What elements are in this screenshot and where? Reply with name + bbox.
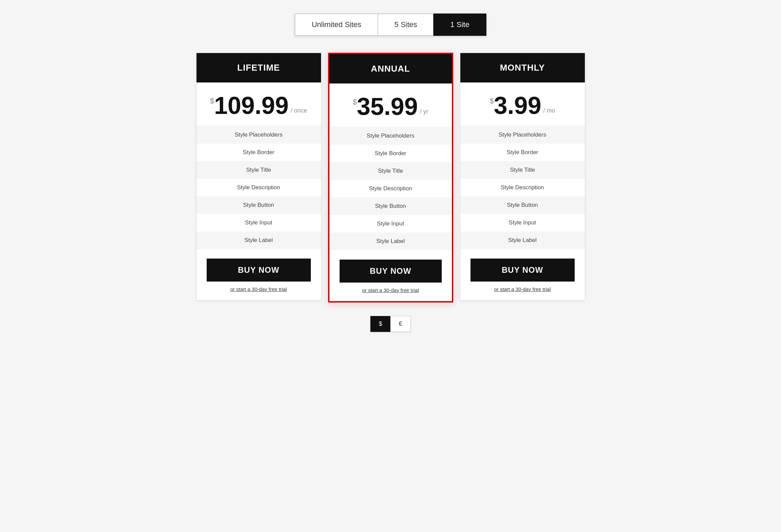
list-item: Style Border <box>460 144 585 161</box>
tab-unlimited-sites[interactable]: Unlimited Sites <box>295 14 377 36</box>
list-item: Style Border <box>197 144 321 161</box>
plan-monthly-price: $ 3.99 / mo <box>467 93 578 118</box>
list-item: Style Button <box>329 197 452 215</box>
lifetime-trial-link[interactable]: or start a 30-day free trial <box>230 286 287 292</box>
lifetime-buy-now-button[interactable]: BUY NOW <box>207 259 311 282</box>
plan-lifetime-header: LIFETIME <box>197 53 321 82</box>
plan-annual-price: $ 35.99 / yr <box>336 94 445 119</box>
list-item: Style Label <box>460 232 585 249</box>
monthly-trial-link[interactable]: or start a 30-day free trial <box>494 286 551 292</box>
monthly-cta: BUY NOW or start a 30-day free trial <box>460 249 585 300</box>
currency-usd-button[interactable]: $ <box>370 316 390 332</box>
list-item: Style Placeholders <box>197 126 321 144</box>
plan-monthly: MONTHLY $ 3.99 / mo Style Placeholders S… <box>460 53 585 300</box>
list-item: Style Label <box>329 233 452 250</box>
list-item: Style Placeholders <box>460 126 585 144</box>
list-item: Style Title <box>329 162 452 180</box>
monthly-buy-now-button[interactable]: BUY NOW <box>470 259 575 282</box>
annual-buy-now-button[interactable]: BUY NOW <box>340 260 442 283</box>
list-item: Style Input <box>460 214 585 232</box>
list-item: Style Button <box>197 196 321 214</box>
plan-annual-header: ANNUAL <box>329 54 452 83</box>
annual-features-list: Style Placeholders Style Border Style Ti… <box>329 127 452 250</box>
lifetime-currency-symbol: $ <box>210 97 214 105</box>
monthly-currency-symbol: $ <box>490 97 494 105</box>
currency-eur-button[interactable]: € <box>390 316 411 332</box>
lifetime-cta: BUY NOW or start a 30-day free trial <box>197 249 321 300</box>
list-item: Style Title <box>460 161 585 179</box>
list-item: Style Input <box>329 215 452 233</box>
list-item: Style Description <box>329 180 452 197</box>
currency-switcher: $ € <box>370 316 411 332</box>
monthly-price-amount: 3.99 <box>494 93 541 118</box>
plan-monthly-header: MONTHLY <box>460 53 585 82</box>
annual-price-amount: 35.99 <box>357 94 418 119</box>
list-item: Style Input <box>197 214 321 232</box>
plan-lifetime-price: $ 109.99 / once <box>203 93 314 118</box>
tab-switcher: Unlimited Sites 5 Sites 1 Site <box>295 14 486 36</box>
tab-5-sites[interactable]: 5 Sites <box>377 14 433 36</box>
list-item: Style Button <box>460 196 585 214</box>
list-item: Style Label <box>197 232 321 249</box>
annual-cta: BUY NOW or start a 30-day free trial <box>329 250 452 301</box>
lifetime-price-amount: 109.99 <box>214 93 289 118</box>
lifetime-features-list: Style Placeholders Style Border Style Ti… <box>197 126 321 249</box>
annual-currency-symbol: $ <box>353 98 357 106</box>
list-item: Style Border <box>329 145 452 162</box>
plans-grid: LIFETIME $ 109.99 / once Style Placehold… <box>188 53 594 303</box>
tab-1-site[interactable]: 1 Site <box>433 14 486 36</box>
plan-monthly-price-section: $ 3.99 / mo <box>460 82 585 126</box>
monthly-features-list: Style Placeholders Style Border Style Ti… <box>460 126 585 249</box>
list-item: Style Placeholders <box>329 127 452 145</box>
annual-price-period: / yr <box>420 108 428 115</box>
plan-lifetime: LIFETIME $ 109.99 / once Style Placehold… <box>196 53 321 300</box>
plan-annual: ANNUAL $ 35.99 / yr Style Placeholders S… <box>328 53 453 303</box>
list-item: Style Description <box>197 179 321 196</box>
list-item: Style Title <box>197 161 321 179</box>
annual-trial-link[interactable]: or start a 30-day free trial <box>362 287 419 293</box>
plan-lifetime-price-section: $ 109.99 / once <box>197 82 321 126</box>
list-item: Style Description <box>460 179 585 196</box>
lifetime-price-period: / once <box>291 107 307 114</box>
monthly-price-period: / mo <box>543 107 555 114</box>
plan-annual-price-section: $ 35.99 / yr <box>329 83 452 127</box>
